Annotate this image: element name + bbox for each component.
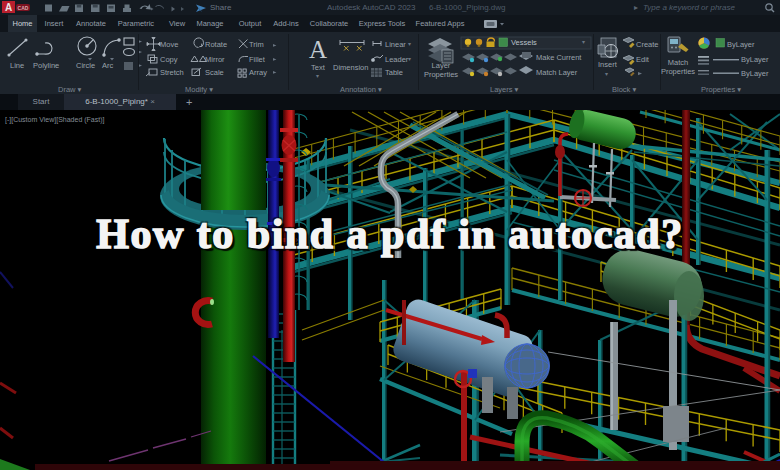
svg-text:Share: Share [210,3,232,12]
svg-text:A: A [5,2,12,13]
svg-text:CAD: CAD [18,5,29,11]
